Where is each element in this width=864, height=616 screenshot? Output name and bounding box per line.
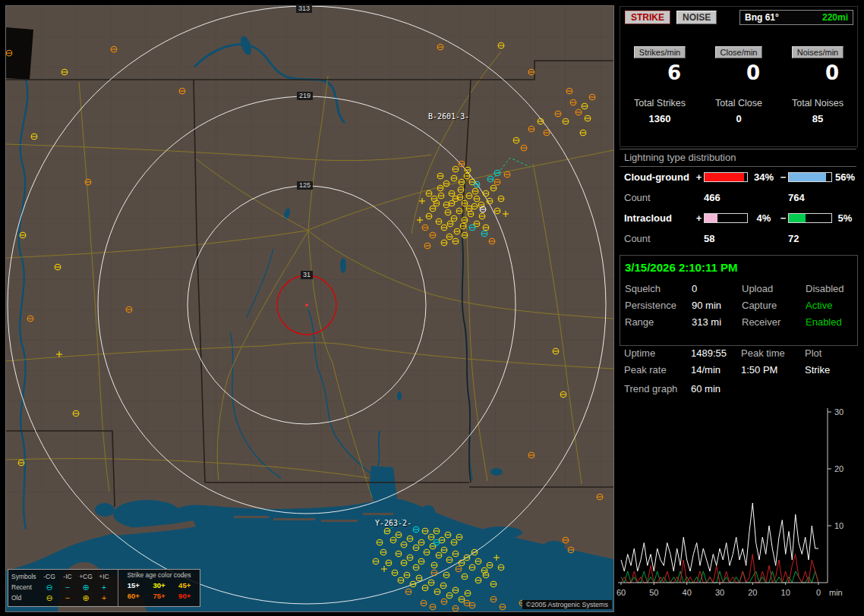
legend-symbol: ⊕ [77, 583, 95, 592]
total-noises-value: 85 [812, 113, 823, 124]
mode-buttons: STRIKE NOISE [625, 11, 717, 24]
svg-text:10: 10 [781, 588, 790, 597]
close-per-min-value: 0 [746, 61, 778, 84]
lightning-map[interactable]: 313 219 125 31 B-2601-3- Y-263-2- Symbol… [6, 6, 613, 611]
persistence-label: Persistence [625, 300, 692, 311]
age-code: 15+ [121, 581, 147, 589]
ring-label-31: 31 [301, 271, 313, 279]
age-codes-title: Strike age color codes [121, 571, 197, 579]
svg-text:10: 10 [834, 521, 844, 530]
upload-label: Upload [742, 283, 806, 294]
ring-label-125: 125 [297, 181, 313, 190]
persistence-value: 90 min [692, 300, 742, 311]
cg-plus-count: 466 [704, 192, 749, 203]
noises-per-min-value: 0 [825, 61, 857, 84]
legend-age-codes: Strike age color codes 15+30+45+60+75+90… [118, 570, 200, 606]
barrier-island [234, 516, 269, 518]
storm-cell-label: B-2601-3- [428, 112, 469, 121]
age-code: 75+ [147, 592, 172, 600]
plus-sign: + [694, 212, 704, 224]
trend-graph-label: Trend graph [624, 383, 691, 394]
svg-text:min: min [829, 588, 843, 597]
svg-text:20: 20 [748, 588, 757, 597]
legend-rows: Recent⊖−⊕+Old⊖−⊕+ [11, 582, 118, 603]
legend-header: Symbols-CG-IC+CG+IC [11, 571, 118, 582]
total-close-value: 0 [736, 113, 741, 124]
legend-symbol: ⊕ [77, 594, 95, 602]
rate-chips-row: Strikes/min Close/min Noises/min [620, 46, 857, 58]
legend-symbol: ⊖ [40, 583, 58, 592]
trend-graph: 1020306050403020100min [616, 407, 858, 611]
intracloud-label: Intracloud [624, 212, 694, 224]
uptime-label: Uptime [624, 347, 691, 359]
cg-plus-percent: 34% [749, 171, 778, 183]
map-legend: Symbols-CG-IC+CG+IC Recent⊖−⊕+Old⊖−⊕+ St… [8, 569, 200, 607]
trend-series-strikes [621, 503, 818, 571]
svg-text:40: 40 [683, 588, 692, 597]
pensacola-bay [421, 505, 435, 517]
minus-sign: − [778, 212, 788, 224]
capture-label: Capture [742, 300, 806, 311]
receiver-value: Enabled [806, 316, 857, 328]
intracloud-row: Intracloud + 4% − 5% [620, 208, 856, 228]
legend-symbol: ⊖ [40, 594, 58, 602]
squelch-value: 0 [692, 283, 742, 294]
svg-text:30: 30 [834, 407, 844, 416]
svg-text:60: 60 [616, 588, 626, 597]
count-label: Count [624, 192, 694, 203]
upload-value: Disabled [806, 283, 857, 294]
total-close-label: Total Close [715, 98, 762, 108]
total-noises-label: Total Noises [792, 98, 844, 108]
barrier-island [321, 520, 358, 522]
cg-minus-gauge [788, 172, 832, 182]
age-codes-grid: 15+30+45+60+75+90+ [121, 581, 197, 600]
ring-label-313: 313 [296, 5, 312, 13]
rate-values-row: 6 0 0 [620, 61, 857, 84]
bearing-display: Bng 61° 220mi [739, 10, 853, 25]
squelch-label: Squelch [625, 283, 692, 294]
app-window: 313 219 125 31 B-2601-3- Y-263-2- Symbol… [0, 0, 864, 616]
uptime-value: 1489:55 [691, 347, 741, 359]
peak-time-label: Peak time [741, 347, 805, 359]
ic-plus-percent: 4% [749, 212, 778, 224]
noise-toggle-button[interactable]: NOISE [676, 11, 717, 24]
svg-text:30: 30 [715, 588, 724, 597]
stats-grid: Uptime 1489:55 Peak time Plot Peak rate … [620, 347, 856, 376]
st-andrew-bay [544, 541, 565, 552]
svg-text:0: 0 [816, 588, 821, 597]
svg-text:50: 50 [649, 588, 658, 597]
trend-axes: 1020306050403020100min [616, 407, 844, 597]
peak-rate-value: 14/min [691, 364, 741, 376]
capture-value: Active [806, 300, 857, 311]
ic-minus-count: 72 [788, 233, 834, 244]
cloud-ground-label: Cloud-ground [624, 171, 694, 183]
cg-minus-percent: 56% [834, 171, 856, 183]
range-label: Range [625, 316, 692, 328]
distribution-section: Lightning type distribution Cloud-ground… [620, 149, 856, 252]
ring-label-219: 219 [297, 92, 313, 100]
totals-labels-row: Total Strikes Total Close Total Noises [620, 98, 857, 108]
copyright-text: ©2005 Astrogenic Systems [522, 600, 612, 609]
peak-rate-label: Peak rate [624, 364, 691, 376]
datetime-display: 3/15/2026 2:10:11 PM [625, 261, 857, 274]
trend-series-close [621, 555, 818, 583]
trend-graph-row: Trend graph 60 min [620, 383, 856, 394]
cloud-ground-count-row: Count 466 764 [620, 187, 856, 208]
legend-symbol: − [58, 594, 77, 602]
trend-graph-value: 60 min [691, 383, 856, 394]
status-section: 3/15/2026 2:10:11 PM Squelch 0 Upload Di… [620, 255, 858, 346]
status-grid: Squelch 0 Upload Disabled Persistence 90… [620, 283, 857, 328]
intracloud-count-row: Count 58 72 [620, 228, 856, 249]
total-strikes-value: 1360 [649, 113, 671, 124]
legend-symbol: − [58, 583, 77, 592]
total-strikes-label: Total Strikes [634, 98, 686, 108]
strikes-per-min-chip: Strikes/min [634, 46, 686, 58]
rates-section: STRIKE NOISE Bng 61° 220mi Strikes/min C… [620, 6, 858, 147]
close-per-min-chip: Close/min [715, 46, 763, 58]
strike-toggle-button[interactable]: STRIKE [625, 11, 670, 24]
distribution-title: Lightning type distribution [620, 149, 856, 167]
age-code: 30+ [147, 581, 172, 589]
cloud-ground-row: Cloud-ground + 34% − 56% [620, 167, 856, 187]
age-code: 45+ [172, 581, 197, 589]
ic-minus-percent: 5% [834, 212, 856, 224]
